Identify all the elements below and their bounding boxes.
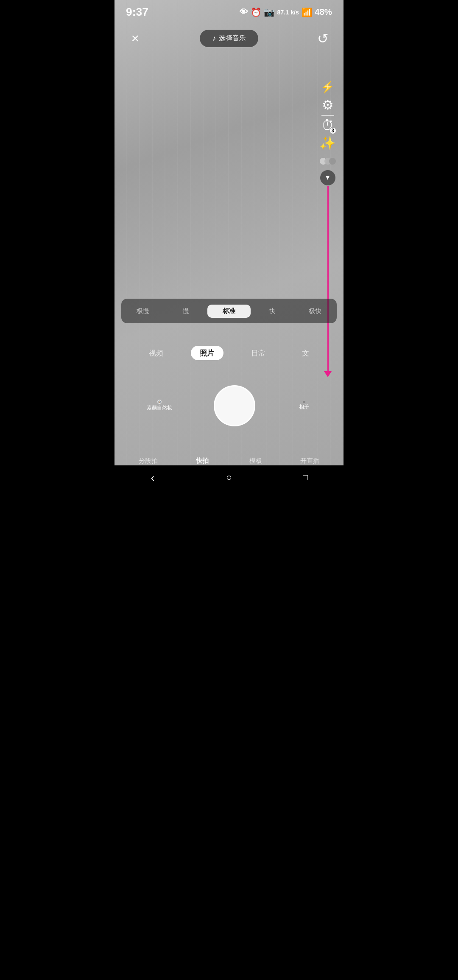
wifi-icon: 📶 xyxy=(302,7,312,17)
toolbar-divider xyxy=(321,115,334,116)
beauty-button[interactable] xyxy=(319,152,337,170)
mode-tabs: 视频 照片 日常 文 xyxy=(114,346,344,360)
nav-template[interactable]: 模板 xyxy=(229,456,283,465)
status-time: 9:37 xyxy=(126,6,148,19)
eye-icon: 👁 xyxy=(240,7,248,17)
album-preview: 主播 xyxy=(304,402,304,402)
nav-live[interactable]: 开直播 xyxy=(283,456,337,465)
speed-item-very-slow[interactable]: 极慢 xyxy=(121,305,165,318)
camera-icon: 📷 xyxy=(264,7,274,17)
flash-icon: ⚡ ✕ xyxy=(321,81,335,94)
gallery-thumbnail[interactable] xyxy=(157,400,162,404)
tab-video[interactable]: 视频 xyxy=(140,346,172,360)
system-nav-bar: ‹ ○ □ xyxy=(114,465,344,490)
alarm-icon: ⏰ xyxy=(251,7,261,17)
top-bar: × ♪ 选择音乐 ↺ xyxy=(114,27,344,50)
album-label: 相册 xyxy=(299,403,309,411)
speed-item-standard[interactable]: 标准 xyxy=(207,305,251,318)
album-thumbnail[interactable]: 主播 xyxy=(303,401,305,403)
music-label: 选择音乐 xyxy=(219,34,246,43)
battery-text: 48% xyxy=(315,7,332,17)
gear-icon: ⚙ xyxy=(322,97,334,113)
shutter-button[interactable] xyxy=(214,385,255,426)
chevron-down-icon: ▾ xyxy=(326,173,330,182)
timer-sub-label: 3 xyxy=(330,128,336,134)
timer-button[interactable]: ⏱ 3 xyxy=(319,117,337,134)
album-group: 主播 相册 xyxy=(297,401,311,411)
tab-text[interactable]: 文 xyxy=(293,346,318,360)
speed-item-slow[interactable]: 慢 xyxy=(165,305,208,318)
avatar-silhouette xyxy=(159,401,160,403)
gallery-group: 素颜自然妆 xyxy=(147,400,172,412)
camera-screen: 9:37 👁 ⏰ 📷 87.1 k/s 📶 48% × ♪ 选择音乐 ↺ ⚡ ✕… xyxy=(114,0,344,490)
nav-quick-shoot[interactable]: 快拍 xyxy=(175,456,229,465)
bottom-nav: 分段拍 快拍 模板 开直播 xyxy=(114,456,344,465)
tab-daily[interactable]: 日常 xyxy=(242,346,274,360)
speed-text: 87.1 k/s xyxy=(277,9,299,16)
tab-photo[interactable]: 照片 xyxy=(191,346,223,360)
speed-item-very-fast[interactable]: 极快 xyxy=(293,305,337,318)
expand-button[interactable]: ▾ xyxy=(320,170,335,185)
magic-button[interactable]: ✨ xyxy=(319,134,337,152)
bottom-controls: 素颜自然妆 主播 相册 xyxy=(114,385,344,426)
close-button[interactable]: × xyxy=(124,27,147,50)
back-button[interactable]: ‹ xyxy=(146,471,159,484)
recents-button[interactable]: □ xyxy=(299,471,312,484)
speed-item-fast[interactable]: 快 xyxy=(251,305,294,318)
gallery-label: 素颜自然妆 xyxy=(147,404,172,412)
avatar-image xyxy=(158,400,161,403)
arrow-head xyxy=(324,371,332,377)
right-toolbar: ⚡ ✕ ⚙ ⏱ 3 ✨ ▾ xyxy=(319,78,337,185)
settings-button[interactable]: ⚙ xyxy=(319,96,337,114)
flip-camera-button[interactable]: ↺ xyxy=(311,27,335,50)
beauty-circles-icon xyxy=(320,158,336,165)
magic-wand-icon: ✨ xyxy=(319,135,336,151)
home-button[interactable]: ○ xyxy=(223,471,235,484)
status-icons: 👁 ⏰ 📷 87.1 k/s 📶 48% xyxy=(240,7,332,17)
music-button[interactable]: ♪ 选择音乐 xyxy=(200,30,259,47)
nav-segment-shoot[interactable]: 分段拍 xyxy=(121,456,175,465)
album-badge: 主播 xyxy=(303,401,305,403)
music-note-icon: ♪ xyxy=(212,34,216,43)
speed-selector: 极慢 慢 标准 快 极快 xyxy=(121,299,337,323)
status-bar: 9:37 👁 ⏰ 📷 87.1 k/s 📶 48% xyxy=(114,0,344,25)
flash-button[interactable]: ⚡ ✕ xyxy=(319,78,337,96)
